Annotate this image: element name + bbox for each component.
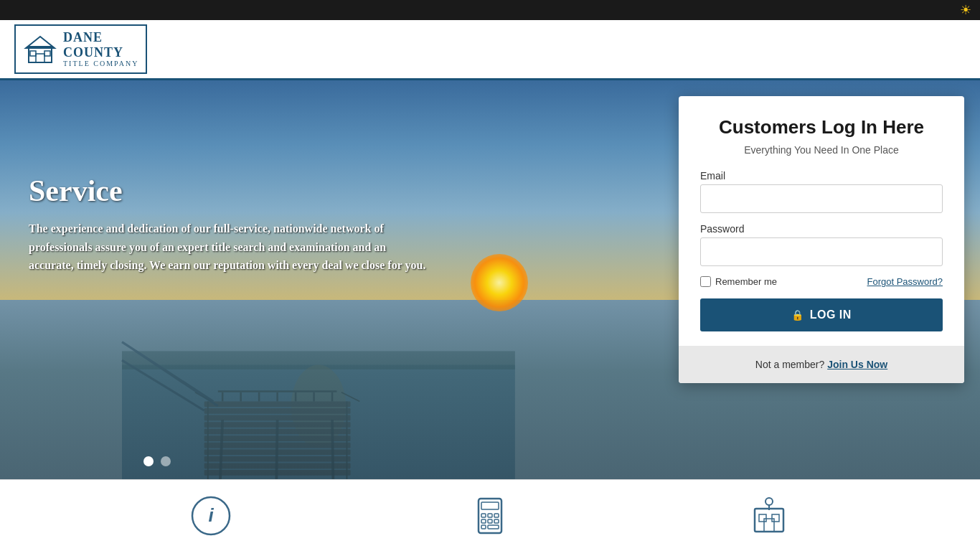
login-panel-top: Customers Log In Here Everything You Nee… — [679, 96, 964, 346]
calculator-icon — [468, 494, 512, 537]
login-panel: Customers Log In Here Everything You Nee… — [679, 96, 964, 383]
login-button-label: LOG IN — [810, 309, 852, 321]
carousel-dot-2[interactable] — [161, 456, 171, 466]
svg-rect-43 — [494, 514, 499, 517]
logo-text: DANE COUNTY Title Company — [63, 30, 138, 68]
hero-heading: Service — [29, 174, 430, 208]
svg-rect-47 — [481, 525, 486, 529]
svg-rect-41 — [481, 514, 486, 517]
info-circle-icon: i — [189, 494, 232, 537]
logo-county: COUNTY — [63, 45, 138, 60]
hero-text-block: Service The experience and dedication of… — [29, 174, 430, 275]
top-bar: ☀ — [0, 0, 980, 20]
svg-rect-46 — [494, 519, 499, 523]
not-member-text: Not a member? — [755, 359, 824, 370]
login-button[interactable]: 🔒 LOG IN — [700, 298, 943, 331]
remember-label: Remember me — [715, 276, 777, 287]
svg-rect-0 — [29, 47, 52, 62]
login-panel-bottom: Not a member? Join Us Now — [679, 346, 964, 383]
password-form-group: Password — [700, 223, 943, 266]
svg-rect-3 — [30, 51, 36, 56]
sun-icon: ☀ — [960, 2, 971, 18]
remember-checkbox[interactable] — [700, 276, 711, 287]
svg-rect-50 — [759, 514, 766, 522]
logo-dane: DANE — [63, 30, 138, 45]
logo-title-co: Title Company — [63, 60, 138, 68]
lock-icon: 🔒 — [791, 309, 804, 321]
svg-rect-51 — [772, 514, 779, 522]
logo-building-icon — [23, 32, 57, 67]
svg-text:i: i — [209, 504, 215, 526]
footer-info-item[interactable]: i — [189, 494, 232, 537]
svg-rect-42 — [488, 514, 492, 517]
svg-rect-40 — [481, 502, 499, 509]
footer-icons-section: i — [0, 479, 980, 551]
hero-section: Service The experience and dedication of… — [0, 80, 980, 479]
email-label: Email — [700, 170, 943, 182]
svg-rect-4 — [44, 51, 50, 56]
footer-calculator-item[interactable] — [468, 494, 512, 537]
remember-left: Remember me — [700, 276, 777, 287]
svg-point-53 — [765, 498, 773, 505]
carousel-dots[interactable] — [143, 456, 171, 466]
logo[interactable]: DANE COUNTY Title Company — [14, 24, 147, 74]
carousel-dot-1[interactable] — [143, 456, 154, 466]
svg-rect-45 — [488, 519, 492, 523]
hero-body: The experience and dedication of our ful… — [29, 220, 430, 275]
forgot-password-link[interactable]: Forgot Password? — [867, 276, 943, 287]
password-input[interactable] — [700, 237, 943, 266]
header: DANE COUNTY Title Company — [0, 20, 980, 80]
location-map-icon — [748, 494, 791, 537]
svg-rect-44 — [481, 519, 486, 523]
footer-location-item[interactable] — [748, 494, 791, 537]
email-input[interactable] — [700, 184, 943, 213]
password-label: Password — [700, 223, 943, 235]
hero-sun-element — [471, 254, 528, 311]
svg-rect-52 — [764, 519, 774, 532]
email-form-group: Email — [700, 170, 943, 213]
svg-rect-2 — [36, 54, 44, 62]
svg-rect-39 — [479, 499, 501, 533]
login-subtitle: Everything You Need In One Place — [700, 144, 943, 156]
remember-row: Remember me Forgot Password? — [700, 276, 943, 287]
svg-rect-48 — [488, 525, 499, 529]
join-now-link[interactable]: Join Us Now — [827, 359, 887, 370]
login-title: Customers Log In Here — [700, 116, 943, 138]
